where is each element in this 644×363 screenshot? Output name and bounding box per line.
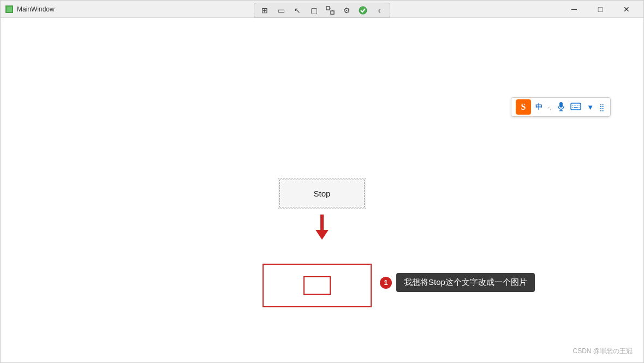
watermark: CSDN @罪恶の王冠 bbox=[573, 347, 633, 356]
window-controls: ─ □ ✕ bbox=[562, 1, 639, 18]
image-inner-rect bbox=[303, 276, 331, 295]
toolbar-confirm-btn[interactable] bbox=[356, 4, 370, 16]
titlebar: MainWindow ⊞ ▭ ↖ ▢ ⚙ ‹ ─ □ ✕ bbox=[1, 1, 643, 18]
ime-mic-btn[interactable] bbox=[556, 101, 566, 114]
arrow-shaft bbox=[320, 215, 324, 230]
titlebar-left: MainWindow bbox=[5, 5, 55, 14]
toolbar-grid-btn[interactable]: ⊞ bbox=[258, 4, 272, 16]
annotation-callout: 1 我想将Stop这个文字改成一个图片 bbox=[380, 273, 535, 292]
toolbar-transform-btn[interactable] bbox=[323, 4, 337, 16]
app-icon bbox=[5, 5, 14, 14]
main-content: S 中 ·, ▼ ⣿ bbox=[1, 18, 643, 362]
svg-rect-5 bbox=[559, 102, 563, 108]
svg-rect-0 bbox=[326, 7, 330, 10]
annotation-label: 我想将Stop这个文字改成一个图片 bbox=[396, 273, 535, 292]
stop-button[interactable]: Stop bbox=[279, 180, 365, 207]
minimize-button[interactable]: ─ bbox=[562, 1, 587, 18]
arrow-head bbox=[315, 230, 329, 240]
main-toolbar: ⊞ ▭ ↖ ▢ ⚙ ‹ bbox=[254, 3, 390, 18]
ime-punct-btn[interactable]: ·, bbox=[547, 103, 553, 112]
ime-filter-btn[interactable]: ▼ bbox=[586, 103, 595, 112]
ime-keyboard-btn[interactable] bbox=[569, 102, 582, 112]
ime-grid-btn[interactable]: ⣿ bbox=[598, 103, 606, 112]
svg-rect-1 bbox=[331, 11, 334, 14]
ime-logo: S bbox=[516, 99, 531, 115]
toolbar-select-btn[interactable]: ↖ bbox=[290, 4, 305, 16]
toolbar-rect-btn[interactable]: ▭ bbox=[274, 4, 288, 16]
image-placeholder-box bbox=[263, 264, 372, 307]
annotation-badge: 1 bbox=[380, 277, 392, 289]
ime-toolbar: S 中 ·, ▼ ⣿ bbox=[511, 97, 611, 117]
svg-rect-8 bbox=[571, 103, 581, 110]
toolbar-collapse-btn[interactable]: ‹ bbox=[372, 4, 386, 16]
window-title: MainWindow bbox=[17, 5, 55, 13]
maximize-button[interactable]: □ bbox=[588, 1, 613, 18]
down-arrow bbox=[315, 215, 329, 240]
close-button[interactable]: ✕ bbox=[614, 1, 639, 18]
toolbar-crop-btn[interactable]: ▢ bbox=[307, 4, 321, 16]
ime-chinese-btn[interactable]: 中 bbox=[534, 102, 544, 112]
svg-point-4 bbox=[359, 7, 367, 14]
toolbar-settings-btn[interactable]: ⚙ bbox=[339, 4, 354, 16]
